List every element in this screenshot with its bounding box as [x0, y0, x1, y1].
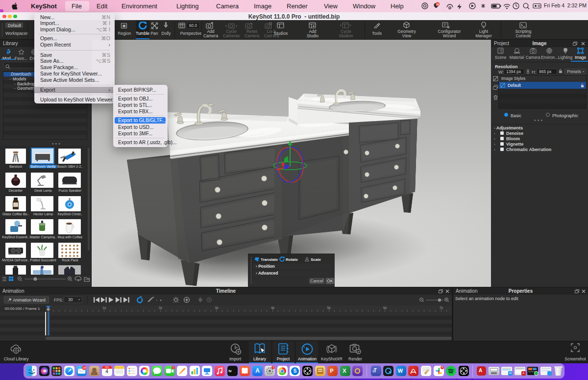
svg-text:16: 16: [436, 3, 439, 6]
